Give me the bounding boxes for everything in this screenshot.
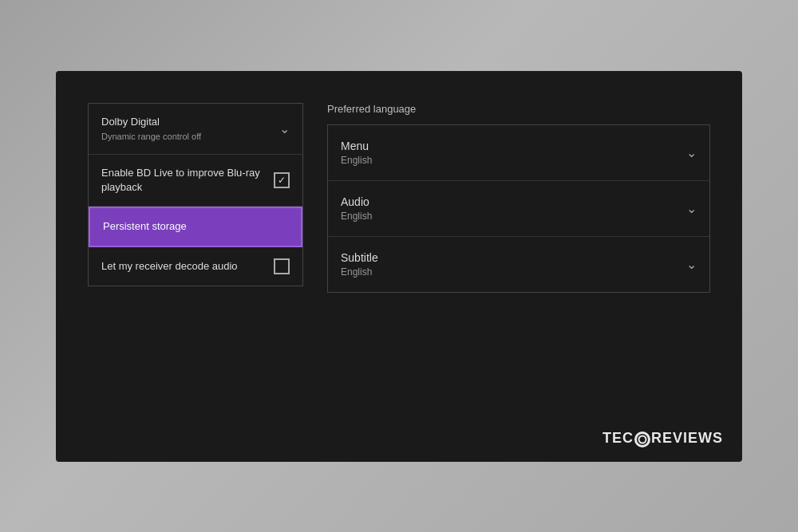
subtitle-language-value: English <box>341 266 378 278</box>
audio-language-text: Audio English <box>341 195 372 222</box>
menu-language-text: Menu English <box>341 140 372 166</box>
receiver-decode-checkbox-icon[interactable] <box>274 258 290 274</box>
left-panel: Dolby Digital Dynamic range control off … <box>88 103 303 286</box>
language-options-container: Menu English ⌄ Audio English ⌄ S <box>327 124 710 293</box>
subtitle-language-chevron-icon: ⌄ <box>686 257 697 272</box>
bd-live-title: Enable BD Live to improve Blu-ray playba… <box>101 166 274 195</box>
bd-live-checkbox-icon[interactable] <box>274 172 290 188</box>
menu-language-title: Menu <box>341 140 372 152</box>
dolby-digital-chevron-icon: ⌄ <box>279 121 290 136</box>
dolby-digital-item[interactable]: Dolby Digital Dynamic range control off … <box>89 104 302 156</box>
receiver-decode-title: Let my receiver decode audio <box>101 259 238 274</box>
watermark-text: TEC <box>602 430 634 446</box>
watermark-circle-icon <box>634 432 650 447</box>
audio-language-title: Audio <box>341 195 372 208</box>
dolby-digital-title: Dolby Digital <box>101 115 201 129</box>
menu-language-value: English <box>341 155 372 166</box>
screen: Dolby Digital Dynamic range control off … <box>56 71 742 462</box>
receiver-decode-item[interactable]: Let my receiver decode audio <box>89 247 302 286</box>
main-content: Dolby Digital Dynamic range control off … <box>88 95 710 438</box>
menu-language-item[interactable]: Menu English ⌄ <box>328 125 709 181</box>
subtitle-language-title: Subtitle <box>341 251 378 264</box>
subtitle-language-item[interactable]: Subtitle English ⌄ <box>328 237 709 292</box>
watermark: TECREVIEWS <box>602 430 723 447</box>
persistent-storage-title: Persistent storage <box>103 219 187 234</box>
dolby-digital-text: Dolby Digital Dynamic range control off <box>101 115 201 144</box>
right-panel: Preferred language Menu English ⌄ Audio … <box>327 103 710 293</box>
bd-live-item[interactable]: Enable BD Live to improve Blu-ray playba… <box>89 155 302 207</box>
audio-language-value: English <box>341 211 372 222</box>
dolby-digital-subtitle: Dynamic range control off <box>101 131 201 143</box>
subtitle-language-text: Subtitle English <box>341 251 378 278</box>
watermark-text-2: REVIEWS <box>651 430 723 446</box>
bd-live-text: Enable BD Live to improve Blu-ray playba… <box>101 166 274 195</box>
menu-language-chevron-icon: ⌄ <box>686 145 697 160</box>
audio-language-item[interactable]: Audio English ⌄ <box>328 181 709 237</box>
persistent-storage-text: Persistent storage <box>103 219 187 234</box>
audio-language-chevron-icon: ⌄ <box>686 201 697 216</box>
persistent-storage-item[interactable]: Persistent storage <box>89 207 302 246</box>
receiver-decode-text: Let my receiver decode audio <box>101 259 238 274</box>
preferred-language-label: Preferred language <box>327 103 710 115</box>
